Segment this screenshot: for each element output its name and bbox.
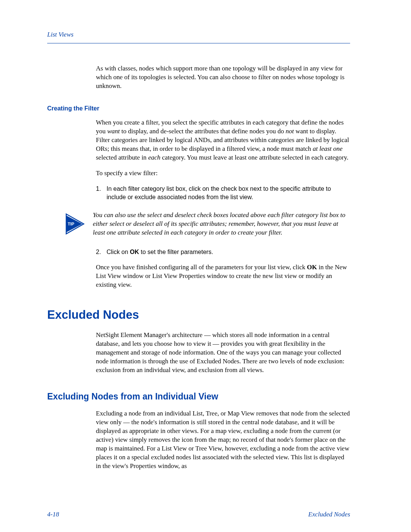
step-1-number: 1. (96, 185, 107, 201)
intro-paragraph: As with classes, nodes which support mor… (96, 64, 350, 91)
heading-excluded-nodes: Excluded Nodes (47, 307, 350, 323)
step-2-number: 2. (96, 248, 107, 256)
header-rule (47, 43, 350, 43)
tip-block: TIP You can also use the select and dese… (65, 211, 350, 238)
page-footer: 4-18 Excluded Nodes (47, 510, 350, 519)
heading-excluding-individual: Excluding Nodes from an Individual View (47, 391, 350, 403)
step-2: 2. Click on OK to set the filter paramet… (96, 248, 350, 256)
finish-paragraph: Once you have finished configuring all o… (96, 263, 350, 289)
tip-label: TIP (68, 222, 74, 226)
excluded-nodes-paragraph: NetSight Element Manager's architecture … (96, 331, 350, 375)
step-1-text: In each filter category list box, click … (107, 185, 350, 201)
tip-icon: TIP (65, 212, 85, 238)
footer-page-number: 4-18 (47, 510, 59, 519)
subheading-creating-filter: Creating the Filter (47, 104, 350, 113)
specify-text: To specify a view filter: (96, 169, 350, 178)
tip-text: You can also use the select and deselect… (93, 211, 350, 237)
step-1: 1. In each filter category list box, cli… (96, 185, 350, 201)
footer-section: Excluded Nodes (308, 510, 350, 519)
excluding-individual-paragraph: Excluding a node from an individual List… (96, 409, 350, 471)
creating-filter-paragraph: When you create a filter, you select the… (96, 118, 350, 162)
header-title: List Views (47, 30, 350, 39)
step-2-text: Click on OK to set the filter parameters… (107, 248, 213, 256)
